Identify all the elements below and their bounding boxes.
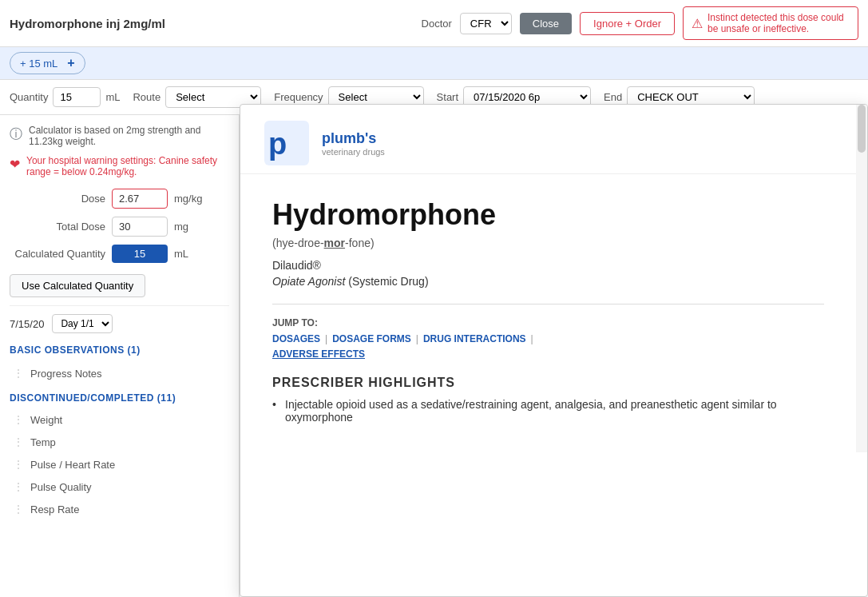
dose-quick-label: + 15 mL [20, 58, 57, 70]
total-dose-label: Total Dose [10, 221, 105, 233]
obs-item-label: Pulse / Heart Rate [30, 459, 115, 471]
jump-drug-interactions-link[interactable]: DRUG INTERACTIONS [423, 333, 526, 344]
dose-label: Dose [10, 193, 105, 205]
drag-icon: ⋮ [13, 413, 24, 426]
doctor-select[interactable]: CFR [460, 13, 512, 34]
monograph-class: Opiate Agonist (Systemic Drug) [272, 275, 824, 288]
list-item[interactable]: ⋮ Temp [10, 431, 229, 453]
content-area: ⓘ Calculator is based on 2mg strength an… [0, 115, 868, 597]
calc-warning-text: Your hospital warning settings: Canine s… [26, 155, 229, 177]
list-item[interactable]: ⋮ Resp Rate [10, 498, 229, 520]
date-value: 7/15/20 [10, 318, 44, 330]
monograph-header: p plumb's veterinary drugs [240, 105, 856, 174]
monograph-brand: Dilaudid® [272, 259, 824, 272]
calc-info-text: Calculator is based on 2mg strength and … [29, 125, 229, 147]
calc-info: ⓘ Calculator is based on 2mg strength an… [10, 125, 229, 147]
scrollbar-thumb[interactable] [858, 105, 866, 153]
monograph-phonetic: (hye-droe-mor-fone) [272, 237, 824, 249]
warning-badge: ⚠ Instinct detected this dose could be u… [683, 6, 858, 40]
doctor-label: Doctor [422, 18, 452, 30]
jump-adverse-effects-link[interactable]: ADVERSE EFFECTS [272, 348, 365, 360]
calc-warning: ❤ Your hospital warning settings: Canine… [10, 155, 229, 177]
ignore-order-button[interactable]: Ignore + Order [580, 12, 675, 35]
total-dose-row: Total Dose mg [10, 217, 229, 237]
quantity-unit: mL [105, 91, 120, 103]
scrollbar-track [856, 105, 867, 452]
basic-obs-header: BASIC OBSERVATIONS (1) [10, 344, 229, 356]
drag-icon: ⋮ [13, 367, 24, 380]
list-item[interactable]: ⋮ Weight [10, 408, 229, 431]
discontinued-obs-header: DISCONTINUED/COMPLETED (11) [10, 392, 229, 404]
monograph-jump-links: DOSAGES | DOSAGE FORMS | DRUG INTERACTIO… [272, 333, 824, 344]
dose-input[interactable] [112, 189, 168, 209]
total-dose-unit: mg [174, 221, 188, 233]
header-bar: Hydromorphone inj 2mg/ml Doctor CFR Clos… [0, 0, 868, 47]
observations-section: BASIC OBSERVATIONS (1) ⋮ Progress Notes … [10, 344, 229, 520]
use-calculated-quantity-button[interactable]: Use Calculated Quantity [10, 274, 145, 297]
quantity-input[interactable] [53, 87, 101, 107]
quantity-group: Quantity mL [10, 87, 120, 107]
close-button[interactable]: Close [520, 13, 572, 34]
obs-item-label: Resp Rate [30, 503, 79, 515]
dose-row: Dose mg/kg [10, 189, 229, 209]
drug-title: Hydromorphone inj 2mg/ml [10, 17, 165, 30]
drag-icon: ⋮ [13, 503, 24, 515]
route-label: Route [133, 91, 161, 103]
day-select[interactable]: Day 1/1 [52, 314, 113, 333]
list-item[interactable]: ⋮ Pulse / Heart Rate [10, 453, 229, 476]
jump-dosages-link[interactable]: DOSAGES [272, 333, 320, 344]
list-item[interactable]: ⋮ Pulse Quality [10, 476, 229, 498]
drag-icon: ⋮ [13, 458, 24, 471]
jump-dosage-forms-link[interactable]: DOSAGE FORMS [332, 333, 411, 344]
dose-quick-row: + 15 mL + [0, 47, 868, 80]
obs-item-label: Progress Notes [30, 368, 102, 380]
dose-quick-pill[interactable]: + 15 mL + [10, 52, 85, 74]
calc-qty-label: Calculated Quantity [10, 248, 105, 260]
monograph-bullet-1: Injectable opioid used as a sedative/res… [272, 398, 824, 424]
drag-icon: ⋮ [13, 436, 24, 448]
monograph-overlay: p plumb's veterinary drugs Hydromorphone… [240, 104, 868, 597]
monograph-jump-label: JUMP TO: [272, 317, 824, 328]
add-dose-icon[interactable]: + [67, 56, 74, 70]
end-label: End [604, 91, 622, 103]
calc-qty-input[interactable] [112, 245, 168, 263]
quantity-label: Quantity [10, 91, 48, 103]
right-panel: Order Notes Price $234.27 Mandatory Trea… [240, 115, 868, 597]
list-item[interactable]: ⋮ Progress Notes [10, 362, 229, 384]
obs-item-label: Pulse Quality [30, 481, 92, 493]
monograph-plumbs-text: plumb's veterinary drugs [322, 130, 385, 157]
main-container: Hydromorphone inj 2mg/ml Doctor CFR Clos… [0, 0, 868, 597]
total-dose-input[interactable] [112, 217, 168, 237]
monograph-section-title: PRESCRIBER HIGHLIGHTS [272, 376, 824, 390]
warning-text: Instinct detected this dose could be uns… [707, 12, 850, 34]
dose-unit: mg/kg [174, 193, 202, 205]
monograph-plumbs-logo-icon: p [264, 121, 309, 165]
warning-icon: ⚠ [692, 16, 703, 31]
monograph-divider [272, 304, 824, 304]
date-row: 7/15/20 Day 1/1 [10, 305, 229, 333]
svg-text:p: p [268, 127, 287, 161]
monograph-drug-name: Hydromorphone [272, 198, 824, 232]
warning-heart-icon: ❤ [10, 157, 20, 177]
obs-item-label: Temp [30, 436, 56, 448]
info-icon: ⓘ [10, 126, 22, 147]
frequency-label: Frequency [274, 91, 323, 103]
calc-qty-unit: mL [174, 248, 188, 260]
left-panel: ⓘ Calculator is based on 2mg strength an… [0, 115, 240, 597]
start-label: Start [437, 91, 458, 103]
calc-qty-row: Calculated Quantity mL [10, 245, 229, 263]
monograph-content: Hydromorphone (hye-droe-mor-fone) Dilaud… [240, 174, 856, 452]
drag-icon: ⋮ [13, 480, 24, 493]
obs-item-label: Weight [30, 414, 62, 426]
